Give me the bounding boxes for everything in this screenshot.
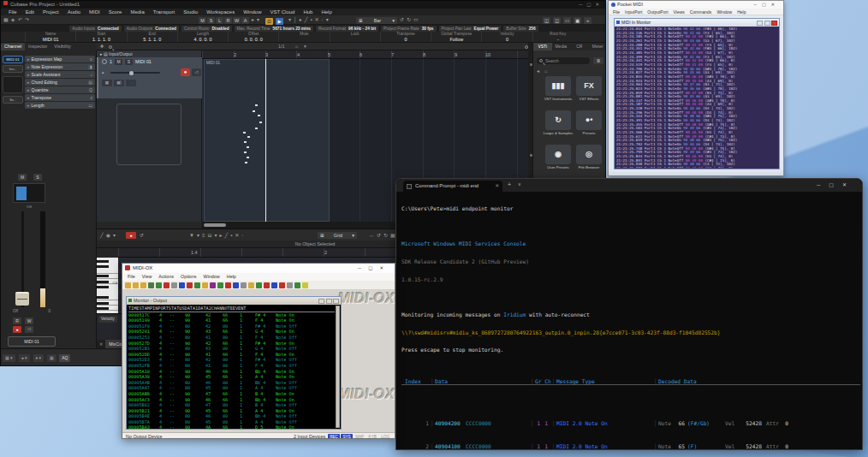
midi-note[interactable]: [255, 104, 258, 106]
status-item[interactable]: Project Pan LawEqual Power: [439, 26, 502, 32]
toolbar-icon[interactable]: [217, 282, 223, 288]
left-zone-tab[interactable]: Channel: [1, 43, 25, 50]
midi-note[interactable]: [244, 151, 247, 153]
black-key[interactable]: [97, 260, 109, 263]
tab-dropdown-icon[interactable]: ∨: [518, 181, 521, 187]
menu-item[interactable]: Audio: [63, 9, 85, 15]
mute-button[interactable]: M: [18, 174, 27, 181]
toolbar-icon[interactable]: [148, 282, 154, 288]
toolbar-icon[interactable]: [225, 282, 231, 288]
menu-item[interactable]: VST Cloud: [265, 9, 299, 15]
midi-note[interactable]: [244, 141, 247, 143]
tile-user-presets[interactable]: ◉: [545, 145, 571, 164]
black-key[interactable]: [97, 286, 109, 288]
menu-item[interactable]: Studio: [179, 9, 202, 15]
menu-item[interactable]: File: [124, 273, 139, 281]
media-menu-button[interactable]: ≣: [593, 57, 603, 64]
toolbar-icon[interactable]: [194, 282, 200, 288]
left-zone-tab[interactable]: Visibility: [51, 43, 74, 50]
track-record-button[interactable]: ●: [181, 68, 190, 76]
home-icon[interactable]: ⌂: [295, 43, 298, 50]
menu-item[interactable]: Window: [200, 273, 223, 281]
editor-loop-icon[interactable]: ↺: [140, 229, 144, 241]
info-column[interactable]: Length4. 0. 0. 0: [177, 32, 228, 42]
grid-type-dropdown[interactable]: ⊞Bar▾: [356, 17, 397, 24]
toolbar-icon[interactable]: [210, 282, 216, 288]
info-column[interactable]: NameMIDI 01: [25, 32, 75, 42]
monitor-output-titlebar[interactable]: Monitor - Output: [127, 297, 341, 305]
toolbar-icon[interactable]: [264, 282, 270, 288]
bottom-toolbar-icons[interactable]: ▦ ▾● ▾♦ ▾▦: [1, 355, 58, 360]
terminal-titlebar[interactable]: Command Prompt - midi end ✕ + ∨ ─▢✕: [396, 179, 862, 192]
midi-part[interactable]: MIDI 01: [204, 59, 330, 222]
child-window-controls[interactable]: [757, 21, 777, 26]
add-track-icon[interactable]: ✚: [100, 43, 104, 50]
menu-item[interactable]: Project: [39, 9, 63, 15]
tile-vst-effects[interactable]: FX: [576, 76, 602, 96]
inspector-section[interactable]: ▸Transpose♯: [25, 94, 95, 101]
media-search-input[interactable]: Search: [537, 57, 590, 64]
track-solo-button[interactable]: S: [125, 59, 133, 65]
menu-item[interactable]: Commands: [687, 9, 715, 15]
black-key[interactable]: [97, 281, 109, 283]
midi-in-monitor-titlebar[interactable]: MIDI In Monitor: [615, 19, 779, 27]
toolbar-icon[interactable]: [140, 282, 146, 288]
toolbar-icon[interactable]: [256, 282, 262, 288]
toolbar-icons-a[interactable]: ▸▾: [252, 15, 259, 25]
inspector-section[interactable]: ▸Chord Editing▤: [25, 79, 95, 86]
window-controls[interactable]: ─▢✕: [754, 1, 780, 9]
track-picture-box[interactable]: [116, 104, 181, 165]
new-tab-button[interactable]: +: [508, 181, 511, 187]
cubase-titlebar[interactable]: Cubase Pro Project - Untitled1 ─▢✕: [1, 1, 606, 9]
midi-track-row[interactable]: 1 M S MIDI 01 ▴ ● ◁ ▦ ▦| →: [97, 57, 202, 98]
monitor-scrollbar[interactable]: [336, 306, 340, 428]
filter-icon[interactable]: ▾: [304, 43, 306, 50]
editor-tool-icons[interactable]: ▼▾≡⊟▾▸╱▪✕◦: [189, 229, 243, 241]
window-controls[interactable]: ─▢✕: [817, 179, 855, 192]
menu-item[interactable]: Media: [126, 9, 148, 15]
inspector-section[interactable]: ▸Length▭: [25, 102, 95, 109]
track-chip[interactable]: MIDI 01: [3, 56, 23, 63]
midi-in-monitor-log[interactable]: 21:21:24.034 Port1 Ch 1 NoteOn 90 42 66 …: [616, 27, 777, 168]
status-item[interactable]: Project Frame Rate30 fps: [381, 26, 436, 32]
project-ruler[interactable]: 2345678910: [202, 50, 533, 59]
toolbar-icon[interactable]: [163, 282, 169, 288]
black-key[interactable]: [97, 307, 109, 310]
project-activate-icons[interactable]: ▦◈: [3, 15, 15, 25]
toolbar-icon[interactable]: [202, 282, 208, 288]
info-column[interactable]: Velocity0: [481, 32, 532, 42]
menu-item[interactable]: Options: [177, 273, 200, 281]
toolbar-icon[interactable]: [133, 282, 139, 288]
monitor-output-log[interactable]: TIMESTAMPINPORTSTATUSDATA1DATA2CHANNOTEE…: [128, 306, 335, 428]
toolbar-icon[interactable]: [271, 282, 277, 288]
info-column[interactable]: Transpose0: [380, 32, 431, 42]
tab-close-icon[interactable]: ✕: [495, 181, 499, 192]
tile-vst-instruments[interactable]: ▮▮▮: [545, 76, 571, 96]
black-key[interactable]: [97, 275, 109, 277]
toolbar-icon[interactable]: [279, 282, 285, 288]
toolbar-icon[interactable]: [248, 282, 254, 288]
inspector-section[interactable]: ▸QuantizeQ: [25, 86, 95, 93]
autoscroll-button[interactable]: ⊡: [265, 18, 273, 25]
status-badge[interactable]: KYB: [367, 434, 378, 440]
midi-note[interactable]: [247, 157, 249, 158]
zoom-icons[interactable]: ↺↻▭: [400, 15, 419, 25]
monitor-button[interactable]: ▶: [276, 18, 283, 25]
right-zone-tab[interactable]: VSTi: [533, 43, 552, 50]
menu-item[interactable]: View: [139, 273, 156, 281]
scrollbar-thumb[interactable]: [204, 223, 226, 227]
editor-record-button[interactable]: ●: [126, 232, 136, 239]
info-column[interactable]: Mute: [278, 32, 329, 42]
menu-item[interactable]: Help: [734, 9, 748, 15]
menu-item[interactable]: Transport: [149, 9, 179, 15]
tile-file-browser[interactable]: ◎: [576, 145, 602, 164]
tile-loops-samples[interactable]: ↻: [545, 110, 571, 130]
toolbar-icon[interactable]: [294, 282, 300, 288]
status-item[interactable]: Record Format96 kHz - 24 bit: [316, 26, 378, 32]
info-column[interactable]: Offset0. 0. 0. 0: [228, 32, 278, 42]
info-column[interactable]: Global TransposeFollow: [431, 32, 481, 42]
track-mute-button[interactable]: M: [115, 59, 122, 65]
track-name[interactable]: MIDI 01: [135, 57, 152, 66]
folder-track[interactable]: ▸ ▤ Input/Output: [97, 50, 201, 57]
editor-left-icons[interactable]: ╱◉▾: [100, 229, 116, 241]
